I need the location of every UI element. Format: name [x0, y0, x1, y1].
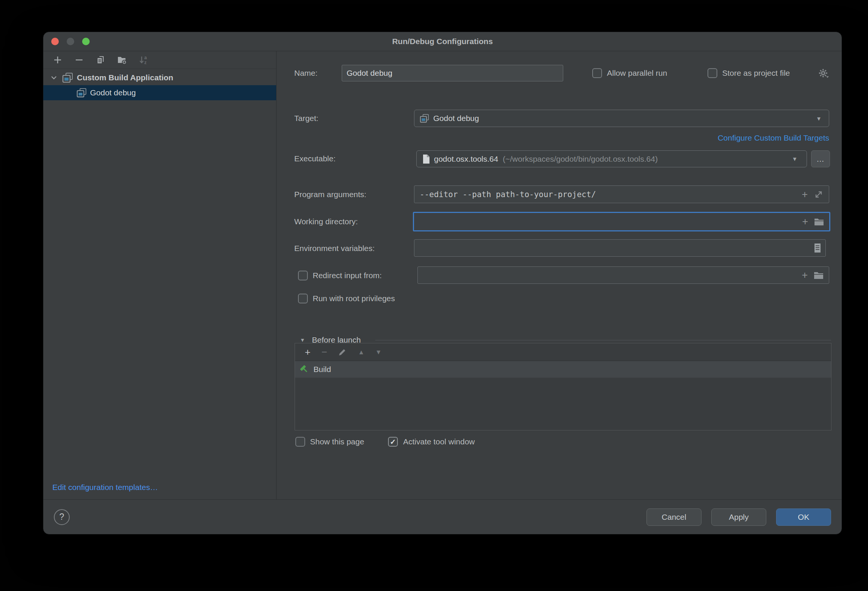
- application-stack-icon: [420, 114, 429, 123]
- browse-executable-button[interactable]: …: [811, 150, 830, 167]
- executable-dropdown[interactable]: godot.osx.tools.64 (~/workspaces/godot/b…: [416, 150, 807, 167]
- executable-path: (~/workspaces/godot/bin/godot.osx.tools.…: [503, 155, 658, 164]
- dialog-title: Run/Debug Configurations: [43, 37, 842, 46]
- footer-buttons: Cancel Apply OK: [646, 508, 831, 526]
- environment-variables-field[interactable]: [414, 239, 826, 257]
- collapse-section-icon[interactable]: ▼: [300, 337, 305, 343]
- store-as-project-file-checkbox[interactable]: [708, 68, 717, 78]
- activate-tool-window-checkbox[interactable]: ✓: [388, 437, 398, 447]
- add-macro-icon[interactable]: +: [802, 270, 808, 280]
- move-task-down-icon: ▼: [375, 349, 382, 355]
- dialog-footer: ? Cancel Apply OK: [43, 499, 842, 534]
- target-value: Godot debug: [433, 114, 479, 123]
- tree-item-label: Godot debug: [90, 88, 136, 97]
- target-label: Target:: [294, 114, 318, 123]
- sort-configurations-icon: az: [139, 55, 148, 65]
- zoom-window-button[interactable]: [82, 38, 90, 45]
- minimize-window-button: [67, 38, 74, 45]
- executable-value: godot.osx.tools.64: [434, 155, 498, 164]
- hammer-icon: [300, 364, 309, 374]
- run-debug-configurations-dialog: Run/Debug Configurations az: [43, 32, 842, 534]
- program-arguments-field[interactable]: --editor --path path-to-your-project/ +: [414, 185, 829, 203]
- name-label: Name:: [294, 69, 318, 78]
- show-this-page-checkbox[interactable]: [295, 437, 305, 447]
- close-window-button[interactable]: [51, 38, 59, 45]
- svg-text:a: a: [144, 55, 147, 60]
- chevron-down-icon[interactable]: [49, 73, 59, 83]
- copy-configuration-icon[interactable]: [96, 55, 105, 65]
- traffic-lights: [43, 38, 90, 45]
- edit-task-icon: [338, 348, 347, 357]
- executable-label: Executable:: [294, 154, 336, 163]
- program-arguments-value: --editor --path path-to-your-project/: [420, 190, 596, 199]
- apply-button[interactable]: Apply: [711, 508, 766, 526]
- add-configuration-icon[interactable]: [53, 55, 63, 65]
- working-directory-label: Working directory:: [294, 217, 358, 226]
- show-this-page-label: Show this page: [310, 437, 364, 446]
- title-bar: Run/Debug Configurations: [43, 32, 842, 51]
- file-icon: [422, 154, 430, 164]
- configure-custom-build-targets-link[interactable]: Configure Custom Build Targets: [718, 133, 829, 142]
- name-input[interactable]: [342, 65, 563, 81]
- sidebar-spacer: [43, 100, 276, 483]
- configuration-form: Name: Allow parallel run Store as projec…: [277, 51, 842, 499]
- tree-group-custom-build-application[interactable]: Custom Build Application: [43, 70, 276, 85]
- browse-folder-icon[interactable]: [814, 271, 824, 279]
- store-as-project-file-label: Store as project file: [722, 69, 790, 78]
- expand-field-icon[interactable]: [814, 190, 824, 199]
- edit-variables-icon[interactable]: [814, 243, 821, 253]
- gear-icon[interactable]: [818, 68, 829, 78]
- tree-group-label: Custom Build Application: [77, 73, 173, 82]
- allow-parallel-run-label: Allow parallel run: [607, 69, 667, 78]
- redirect-input-checkbox[interactable]: [298, 271, 308, 280]
- redirect-input-label: Redirect input from:: [313, 271, 382, 280]
- program-arguments-label: Program arguments:: [294, 190, 366, 199]
- application-stack-icon: [62, 72, 73, 83]
- environment-variables-label: Environment variables:: [294, 244, 375, 253]
- new-folder-icon[interactable]: [117, 55, 127, 65]
- redirect-input-field[interactable]: +: [417, 266, 829, 284]
- task-label: Build: [313, 365, 331, 374]
- browse-folder-icon[interactable]: [814, 217, 824, 226]
- remove-task-icon: −: [321, 347, 327, 357]
- configurations-sidebar: az Custom Build Application: [43, 51, 277, 499]
- tree-item-godot-debug[interactable]: Godot debug: [43, 85, 276, 100]
- working-directory-field[interactable]: +: [413, 212, 830, 231]
- allow-parallel-run-checkbox[interactable]: [592, 68, 602, 78]
- run-root-privileges-label: Run with root privileges: [313, 294, 395, 303]
- help-button[interactable]: ?: [54, 509, 70, 525]
- sidebar-toolbar: az: [43, 51, 276, 69]
- remove-configuration-icon[interactable]: [74, 55, 84, 65]
- svg-text:z: z: [144, 60, 147, 65]
- before-launch-task-build[interactable]: Build: [295, 361, 831, 378]
- target-dropdown[interactable]: Godot debug: [414, 110, 829, 127]
- ok-button[interactable]: OK: [776, 508, 831, 526]
- configurations-tree: Custom Build Application Godot debug: [43, 69, 276, 100]
- dropdown-arrow-icon[interactable]: ▼: [816, 115, 822, 122]
- dropdown-arrow-icon[interactable]: ▼: [792, 156, 798, 162]
- add-macro-icon[interactable]: +: [802, 189, 808, 199]
- cancel-button[interactable]: Cancel: [646, 508, 701, 526]
- add-task-icon[interactable]: +: [305, 347, 310, 357]
- activate-tool-window-label: Activate tool window: [403, 437, 475, 446]
- application-stack-icon: [76, 88, 87, 98]
- dialog-body: az Custom Build Application: [43, 51, 842, 499]
- before-launch-panel: + − ▲ ▼ Build: [295, 343, 831, 430]
- section-divider: [375, 340, 831, 340]
- add-macro-icon[interactable]: +: [802, 217, 808, 227]
- before-launch-toolbar: + − ▲ ▼: [295, 343, 831, 361]
- run-root-privileges-checkbox[interactable]: [298, 294, 308, 303]
- move-task-up-icon: ▲: [358, 349, 364, 355]
- edit-configuration-templates-link[interactable]: Edit configuration templates…: [43, 483, 276, 499]
